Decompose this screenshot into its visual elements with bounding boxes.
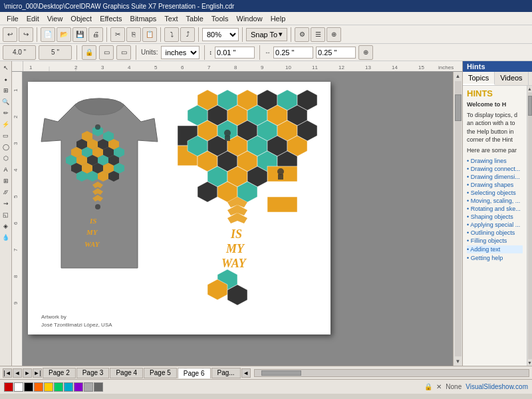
freehand-tool[interactable]: ✏ (1, 108, 11, 118)
color-swatch-white[interactable] (14, 382, 23, 392)
options-btn[interactable]: ⚙ (295, 27, 309, 42)
color-swatch-darkgray[interactable] (94, 382, 103, 392)
connector-tool[interactable]: ⇝ (1, 198, 11, 209)
scroll-track[interactable] (455, 81, 462, 356)
h-scroll-thumb[interactable] (261, 370, 301, 376)
hints-link-shaping[interactable]: Shaping objects (467, 213, 523, 220)
page-tab-2[interactable]: Page 2 (43, 368, 76, 378)
menu-view[interactable]: View (43, 13, 67, 24)
canvas-area[interactable]: IS MY WAY Artwork by José Tzontlimatzi (23, 72, 453, 366)
hints-scroll-up[interactable]: ▲ (527, 86, 532, 92)
open-btn[interactable]: 📂 (57, 27, 71, 42)
text-tool[interactable]: A (1, 164, 11, 175)
menu-bitmaps[interactable]: Bitmaps (126, 13, 161, 24)
page-expand-btn[interactable]: ◄ (241, 368, 251, 378)
menu-table[interactable]: Table (182, 13, 207, 24)
coord-lock-btn[interactable]: ⊕ (358, 45, 373, 60)
page-tab-5[interactable]: Page 5 (144, 368, 177, 378)
paste-btn[interactable]: 📋 (142, 27, 157, 42)
undo-btn[interactable]: ↩ (3, 27, 17, 42)
hints-link-adding-text[interactable]: Adding text (467, 245, 523, 253)
page-tab-4[interactable]: Page 4 (110, 368, 143, 378)
menu-tools[interactable]: Tools (207, 13, 233, 24)
color-swatch-black[interactable] (24, 382, 33, 392)
scroll-thumb[interactable] (455, 94, 462, 121)
shadow-tool[interactable]: ◱ (1, 209, 11, 220)
hints-tab-topics[interactable]: Topics (463, 72, 495, 85)
menu-text[interactable]: Text (160, 13, 182, 24)
hints-link-applying[interactable]: Applying special ... (467, 221, 523, 228)
page-nav-next[interactable]: ► (23, 368, 32, 378)
page-nav-prev[interactable]: ◄ (13, 368, 22, 378)
print-btn[interactable]: 🖨 (88, 27, 103, 42)
scroll-down-btn[interactable]: ▼ (454, 357, 462, 366)
hints-vscroll[interactable]: ▲ ▼ (527, 86, 532, 366)
size-h-btn[interactable]: 5 " (39, 45, 72, 60)
select-tool[interactable]: ↖ (1, 63, 11, 73)
new-btn[interactable]: 📄 (41, 27, 55, 42)
parallel-tool[interactable]: ⫻ (1, 187, 11, 198)
hints-link-getting-help[interactable]: Getting help (467, 255, 523, 261)
page-nav-last[interactable]: ►| (33, 368, 42, 378)
smart-draw-tool[interactable]: ⚡ (1, 119, 11, 130)
color-palette[interactable] (4, 382, 103, 392)
canvas-vscroll[interactable]: ▲ ▼ (453, 72, 462, 366)
snap-to-btn[interactable]: Snap To ▾ (246, 28, 287, 41)
lock-btn[interactable]: 🔒 (82, 45, 96, 60)
hints-link-filling[interactable]: Filling objects (467, 237, 523, 244)
options3-btn[interactable]: ⊕ (327, 27, 341, 42)
coord-x-field[interactable]: 0.25 " (273, 47, 313, 59)
page-tab-6[interactable]: Page 6 (178, 368, 211, 378)
menu-file[interactable]: File (3, 13, 23, 24)
hints-link-drawing-connect[interactable]: Drawing connect... (467, 166, 523, 172)
h-scrollbar[interactable] (254, 369, 529, 377)
color-swatch-red[interactable] (4, 382, 13, 392)
size-w-btn[interactable]: 4.0 " (3, 45, 36, 60)
color-swatch-green[interactable] (54, 382, 63, 392)
hints-scroll-track[interactable] (528, 92, 532, 359)
rectangle-tool[interactable]: ▭ (1, 130, 11, 141)
color-swatch-lightgray[interactable] (84, 382, 93, 392)
page-tab-3[interactable]: Page 3 (76, 368, 110, 378)
polygon-tool[interactable]: ⬡ (1, 153, 11, 164)
page-nav-first[interactable]: |◄ (3, 368, 12, 378)
hints-scroll-thumb[interactable] (528, 96, 532, 116)
coord-y-field[interactable]: 0.25 " (316, 47, 356, 59)
hints-link-drawing-shapes[interactable]: Drawing shapes (467, 182, 523, 188)
hints-link-outlining[interactable]: Outlining objects (467, 229, 523, 236)
color-swatch-yellow[interactable] (44, 382, 53, 392)
options2-btn[interactable]: ☰ (311, 27, 325, 42)
menu-help[interactable]: Help (267, 13, 290, 24)
color-swatch-purple[interactable] (74, 382, 83, 392)
shape-tool[interactable]: ⬥ (1, 74, 11, 84)
menu-window[interactable]: Window (233, 13, 267, 24)
crop-tool[interactable]: ⊞ (1, 85, 11, 96)
ellipse-tool[interactable]: ◯ (1, 142, 11, 152)
menu-edit[interactable]: Edit (23, 13, 43, 24)
cut-btn[interactable]: ✂ (110, 27, 125, 42)
scroll-up-btn[interactable]: ▲ (454, 72, 462, 80)
units-select[interactable]: inches mm cm (161, 46, 200, 59)
import-btn[interactable]: ⤵ (164, 27, 179, 42)
color-swatch-teal[interactable] (64, 382, 73, 392)
hints-tab-videos[interactable]: Videos (495, 72, 528, 85)
menu-object[interactable]: Object (66, 13, 96, 24)
hints-link-moving[interactable]: Moving, scaling, ... (467, 198, 523, 204)
zoom-tool[interactable]: 🔍 (1, 96, 11, 107)
hints-scroll-down[interactable]: ▼ (527, 360, 532, 366)
export-btn[interactable]: ⤴ (180, 27, 195, 42)
step-field[interactable]: 0.01 " (215, 47, 255, 59)
hints-link-selecting[interactable]: Selecting objects (467, 190, 523, 196)
hints-link-drawing-dimensi[interactable]: Drawing dimensi... (467, 174, 523, 180)
hints-link-rotating[interactable]: Rotating and ske... (467, 205, 523, 212)
menu-effects[interactable]: Effects (96, 13, 126, 24)
save-btn[interactable]: 💾 (72, 27, 87, 42)
copy-btn[interactable]: ⎘ (126, 27, 141, 42)
eyedropper-tool[interactable]: 💧 (1, 232, 11, 243)
hints-link-drawing-lines[interactable]: Drawing lines (467, 158, 523, 164)
fill-tool[interactable]: ◈ (1, 221, 11, 231)
redo-btn[interactable]: ↪ (19, 27, 33, 42)
zoom-select[interactable]: 80% 100% 150% (202, 28, 239, 41)
page-tab-more[interactable]: Pag... (211, 368, 241, 378)
color-swatch-orange[interactable] (34, 382, 43, 392)
